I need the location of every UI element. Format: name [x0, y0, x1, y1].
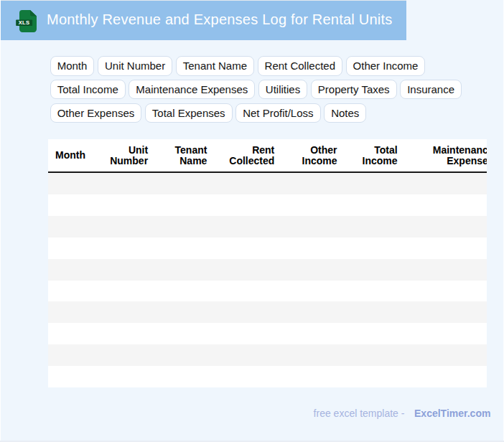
svg-text:XLS: XLS	[18, 19, 29, 26]
